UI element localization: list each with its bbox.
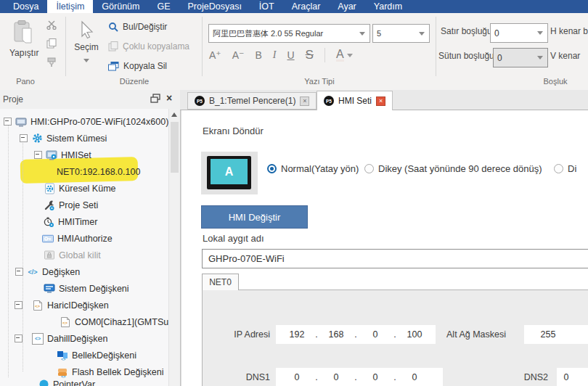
tab-temel-pencere[interactable]: P5 B_1:Temel Pencere(1) × [187,92,317,110]
bold-button[interactable]: B [255,49,261,61]
ribbon-separator [202,17,203,76]
row-spacing-select[interactable]: 0 [490,23,548,43]
float-panel-icon[interactable] [150,94,160,104]
radio-third-orientation[interactable]: Di [554,163,576,174]
font-decrease-button[interactable]: A⁻ [232,49,245,61]
menu-iot[interactable]: İOT [250,0,283,13]
dns2-label: DNS2 [513,372,548,382]
project-panel-header: Proje × [0,90,180,109]
radio-unselected-icon[interactable] [364,164,374,173]
timer-icon [43,216,54,228]
tree-item-proje-seti[interactable]: Proje Seti [0,197,98,213]
tree-item-dahili-degisken[interactable]: <> DahillDeğişken [0,330,107,347]
rotate-screen-label: Ekranı Döndür [203,126,264,136]
tree-item-hmiauthorize[interactable]: HMIAuthorize [0,230,113,247]
gear-icon [31,133,43,144]
italic-button[interactable]: I [273,49,277,61]
tree-item-degisken[interactable]: </> Değişken [0,263,80,280]
tree-item-hmitimer[interactable]: HMITimer [0,213,97,230]
chevron-down-icon [419,32,425,36]
tree-item-kuresel-kume[interactable]: Küresel Küme [0,180,116,197]
tree-item-net0-ip[interactable]: NET0:192.168.0.100 [0,163,140,180]
subnet-mask-field[interactable]: 255 [524,325,588,344]
font-increase-button[interactable]: A⁺ [209,49,221,61]
radio-unselected-icon[interactable] [554,164,563,173]
tree-item-global-kilit[interactable]: Global kilit [0,247,101,263]
close-tab-icon[interactable]: × [300,96,309,106]
authorize-key-icon [42,233,54,245]
ip-address-label: IP Adresi [221,329,270,340]
find-replace-button[interactable]: Bul/Değiştir [108,22,167,32]
radio-selected-icon[interactable] [267,164,277,173]
tab-hmi-seti[interactable]: P5 HMI Seti × [317,91,393,110]
cut-button[interactable] [46,20,57,30]
tree-item-sistem-kumesi[interactable]: Sistem Kümesi [0,130,107,147]
collapse-icon[interactable] [20,134,28,142]
tree-item-harici-degisken[interactable]: <> HaricIDeğişken [0,297,109,313]
tab-net0[interactable]: NET0 [202,274,239,290]
bosluk-group-label: Boşluk [523,77,588,86]
multi-copy-button[interactable]: Çoklu kopyalama [108,41,189,52]
col-spacing-select[interactable]: 0 [493,48,548,67]
menu-araclar[interactable]: Araçlar [283,0,330,13]
strikethrough-button[interactable]: S [306,48,314,62]
collapse-icon[interactable] [15,301,23,309]
dns1-field[interactable]: 0 . 0 . 0 . 0 [276,368,443,386]
tree-item-hmiset[interactable]: HMISet [0,147,91,163]
copy-icon [46,38,57,49]
format-painter-button[interactable] [46,57,57,67]
menu-ayar[interactable]: Ayar [329,0,364,13]
brush-icon [46,57,57,67]
chevron-down-icon [537,56,543,59]
paste-button[interactable]: Yapıştır [9,20,37,61]
dns2-field[interactable]: 0 [557,368,588,386]
tree-item-bellek-degiskeni[interactable]: <> BellekDeğişkeni [0,347,136,364]
collapse-icon[interactable] [15,268,23,276]
font-family-select[interactable]: 阿里巴巴普惠体 2.0 55 Regular [208,24,370,43]
menu-yardim[interactable]: Yardım [365,0,411,13]
tree-item-sistem-degiskeni[interactable]: Sistem Değişkeni [0,280,129,297]
menu-gorunum[interactable]: Görünüm [93,0,148,13]
hmi-change-button[interactable]: HMI Değiştir [201,205,308,229]
tree-item-hmi-device[interactable]: HMI:GHPro-070E-WiFi(1024x600) [0,113,168,130]
tree-item-com0-device[interactable]: <> COM0[Cihaz1](GMTSu... [0,313,176,330]
code-icon: </> [27,266,38,278]
hmi-settings-page: Ekranı Döndür A Normal(Yatay yön) Dikey … [181,110,588,386]
h-edge-label: H kenar b [550,26,588,36]
copy-button[interactable] [46,38,57,49]
close-tab-icon[interactable]: × [376,96,385,106]
close-panel-icon[interactable]: × [166,92,172,104]
copy-delete-button[interactable]: Kopyala Sil [108,61,167,71]
com-device-icon: <> [60,316,71,328]
subnet-mask-label: Alt Ağ Maskesi [444,329,506,340]
project-panel-title: Proje [3,94,23,104]
menu-projedosyasi[interactable]: ProjeDosyası [179,0,250,13]
screen-orientation-preview: A [201,152,258,194]
radio-dikey-orientation[interactable]: Dikey (Saat yönünde 90 derece dönüş) [364,163,542,174]
collapse-icon[interactable] [15,334,23,342]
ip-address-field[interactable]: 192 . 168 . 0 . 100 [276,325,436,344]
menu-ge[interactable]: GE [148,0,179,13]
internal-variable-icon: <> [32,333,44,345]
underline-button[interactable]: U [287,49,294,61]
scrollbar-thumb[interactable] [171,122,179,173]
blue-circle-icon [38,379,49,386]
radio-normal-orientation[interactable]: Normal(Yatay yön) [267,163,359,174]
menu-dosya[interactable]: Dosya [4,0,47,13]
cursor-arrow-icon [77,20,96,39]
select-tool-button[interactable]: Seçim [72,20,101,71]
chevron-down-icon [347,54,353,57]
local-device-name-input[interactable]: GHPro-070E-WiFi [202,249,588,268]
search-icon [108,22,118,32]
tree-item-partial-bottom[interactable]: PointerVar [0,376,95,386]
copy-delete-icon [108,62,119,71]
menu-iletisim[interactable]: İletişim [47,0,93,13]
tree-scrollbar[interactable] [168,109,180,386]
font-size-select[interactable]: 5 [372,24,430,43]
external-variable-icon: <> [32,300,44,311]
collapse-icon[interactable] [4,118,12,126]
collapse-icon[interactable] [34,151,42,159]
font-color-button[interactable]: A [336,49,353,62]
scroll-up-icon[interactable] [171,112,177,117]
dns1-label: DNS1 [235,372,270,382]
